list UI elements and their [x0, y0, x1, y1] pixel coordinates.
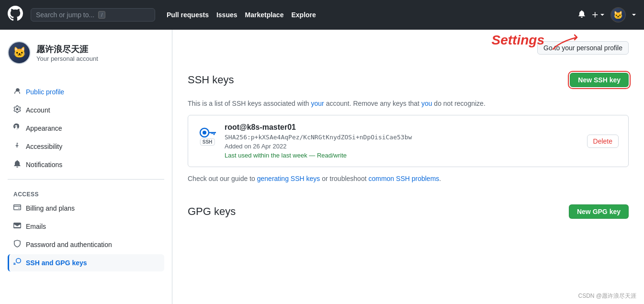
sidebar-item-accessibility[interactable]: Accessibility — [8, 138, 164, 155]
ssh-key-details: root@k8s-master01 SHA256:p+kXSAe4AqPez/K… — [225, 123, 579, 159]
sidebar-divider — [8, 179, 164, 180]
notifications-label: Notifications — [26, 161, 62, 169]
avatar-image: 🐱 — [611, 8, 625, 22]
delete-ssh-key-button[interactable]: Delete — [587, 135, 619, 148]
sidebar: 🐱 愿许浪尽天涯 Your personal account Public pr… — [0, 30, 172, 304]
footer-middle: or troubleshoot — [320, 175, 368, 182]
ssh-description: This is a list of SSH keys associated wi… — [188, 100, 629, 107]
sidebar-item-account[interactable]: Account — [8, 101, 164, 119]
desc-middle: account. Remove any keys that — [324, 100, 421, 107]
sidebar-item-notifications[interactable]: Notifications — [8, 156, 164, 173]
sidebar-item-password-auth[interactable]: Password and authentication — [8, 236, 164, 253]
settings-label: Settings — [492, 33, 544, 48]
pull-requests-link[interactable]: Pull requests — [167, 11, 209, 19]
desc-do: do not recognize. — [432, 100, 485, 107]
sidebar-user-avatar: 🐱 — [8, 41, 31, 64]
sidebar-item-billing[interactable]: Billing and plans — [8, 200, 164, 217]
billing-icon — [13, 203, 21, 213]
desc-you: you — [421, 100, 432, 107]
ssh-key-added-date: Added on 26 Apr 2022 — [225, 143, 579, 150]
user-avatar[interactable]: 🐱 — [610, 7, 626, 23]
main-content: Go to your personal profile SSH keys New… — [172, 30, 644, 304]
person-icon — [13, 87, 21, 97]
topnav-links: Pull requests Issues Marketplace Explore — [167, 11, 316, 19]
slash-shortcut: / — [98, 11, 105, 19]
public-profile-label: Public profile — [26, 88, 64, 96]
settings-arrow-icon — [548, 33, 587, 52]
sidebar-user-subtitle: Your personal account — [36, 55, 98, 62]
new-gpg-key-button[interactable]: New GPG key — [569, 204, 629, 219]
sidebar-user-name: 愿许浪尽天涯 — [36, 44, 98, 55]
settings-annotation: Settings — [492, 33, 587, 52]
ssh-key-hash: SHA256:p+kXSAe4AqPez/KcNRGtKnydZOSi+nDpO… — [225, 134, 579, 141]
ssh-key-name: root@k8s-master01 — [225, 123, 579, 132]
key-icon — [13, 258, 21, 268]
search-placeholder-text: Search or jump to... — [36, 11, 94, 19]
sidebar-user-info: 🐱 愿许浪尽天涯 Your personal account — [8, 41, 164, 72]
gear-icon — [13, 105, 21, 115]
sidebar-item-emails[interactable]: Emails — [8, 218, 164, 235]
ssh-badge: SSH — [200, 138, 215, 146]
page-layout: 🐱 愿许浪尽天涯 Your personal account Public pr… — [0, 30, 644, 304]
github-logo[interactable] — [8, 6, 23, 24]
new-ssh-key-button[interactable]: New SSH key — [570, 73, 629, 87]
generating-ssh-keys-link[interactable]: generating SSH keys — [257, 175, 320, 182]
svg-point-1 — [203, 131, 206, 135]
sidebar-item-public-profile[interactable]: Public profile — [8, 83, 164, 101]
sidebar-item-appearance[interactable]: Appearance — [8, 120, 164, 137]
shield-icon — [13, 240, 21, 249]
email-icon — [13, 222, 21, 231]
ssh-section-header: SSH keys New SSH key — [188, 66, 629, 94]
sidebar-access-navigation: Billing and plans Emails Password and au… — [8, 200, 164, 271]
ssh-footer-text: Check out our guide to generating SSH ke… — [188, 175, 629, 182]
issues-link[interactable]: Issues — [216, 11, 237, 19]
ssh-gpg-label: SSH and GPG keys — [26, 259, 87, 267]
notification-icon[interactable] — [578, 10, 586, 20]
appearance-label: Appearance — [26, 124, 62, 132]
explore-link[interactable]: Explore — [291, 11, 316, 19]
footer-prefix: Check out our guide to — [188, 175, 257, 182]
accessibility-icon — [13, 142, 21, 151]
ssh-section-title: SSH keys — [188, 74, 234, 86]
marketplace-link[interactable]: Marketplace — [245, 11, 284, 19]
desc-prefix: This is a list of SSH keys associated wi… — [188, 100, 311, 107]
sidebar-item-ssh-gpg[interactable]: SSH and GPG keys — [8, 254, 164, 271]
watermark: CSDN @愿许浪尽天涯 — [578, 292, 636, 300]
sidebar-user-text: 愿许浪尽天涯 Your personal account — [36, 44, 98, 62]
sidebar-navigation: Public profile Account Appearance — [8, 83, 164, 173]
access-section-label: Access — [8, 185, 164, 200]
password-auth-label: Password and authentication — [26, 241, 112, 248]
account-label: Account — [26, 106, 50, 114]
top-navigation: Search or jump to... / Pull requests Iss… — [0, 0, 644, 30]
ssh-key-card: SSH root@k8s-master01 SHA256:p+kXSAe4AqP… — [188, 115, 629, 167]
bell-icon — [13, 160, 21, 169]
common-ssh-problems-link[interactable]: common SSH problems — [368, 175, 439, 182]
search-box[interactable]: Search or jump to... / — [31, 8, 155, 22]
gpg-section-header: GPG keys New GPG key — [188, 198, 629, 225]
topnav-right-section: 🐱 — [578, 7, 636, 23]
plus-icon[interactable] — [591, 11, 605, 19]
gpg-section-title: GPG keys — [188, 205, 236, 218]
desc-your: your — [311, 100, 324, 107]
billing-label: Billing and plans — [26, 204, 75, 212]
footer-suffix: . — [439, 175, 441, 182]
accessibility-label: Accessibility — [26, 143, 62, 150]
emails-label: Emails — [26, 223, 46, 230]
ssh-key-last-used: Last used within the last week — Read/wr… — [225, 152, 579, 159]
ssh-key-icon-wrap: SSH — [198, 123, 217, 144]
appearance-icon — [13, 124, 21, 133]
avatar-chevron-icon — [632, 12, 636, 17]
